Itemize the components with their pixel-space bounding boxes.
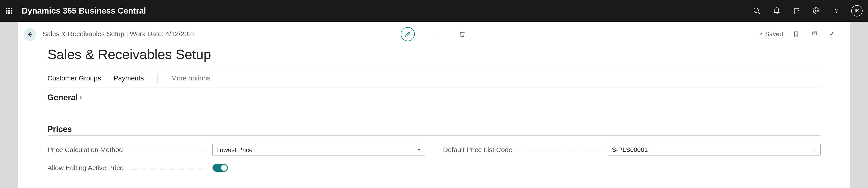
- breadcrumb: Sales & Receivables Setup | Work Date: 4…: [42, 30, 196, 38]
- edit-button[interactable]: [401, 27, 415, 41]
- section-prices[interactable]: Prices: [48, 125, 820, 135]
- help-icon[interactable]: [831, 6, 841, 16]
- user-initials: IK: [855, 8, 860, 14]
- svg-line-1: [758, 12, 760, 14]
- dotted-leader: [128, 169, 208, 169]
- allow-editing-active-price-toggle[interactable]: [213, 164, 228, 172]
- app-launcher-icon[interactable]: [4, 6, 13, 15]
- new-icon[interactable]: [431, 29, 441, 39]
- label-price-calc-method: Price Calculation Method: [48, 146, 123, 154]
- settings-gear-icon[interactable]: [811, 6, 822, 16]
- svg-point-2: [815, 10, 817, 12]
- delete-icon[interactable]: [457, 29, 467, 39]
- collapse-icon[interactable]: [827, 29, 837, 39]
- label-default-price-list-code: Default Price List Code: [443, 146, 513, 154]
- svg-point-3: [836, 12, 837, 13]
- open-new-window-icon[interactable]: [809, 29, 819, 39]
- price-calc-method-select[interactable]: Lowest Price: [213, 144, 425, 155]
- action-customer-groups[interactable]: Customer Groups: [48, 74, 101, 82]
- dotted-leader: [517, 151, 603, 151]
- label-allow-editing-active-price: Allow Editing Active Price: [48, 164, 124, 172]
- action-separator: [157, 74, 158, 83]
- section-general[interactable]: General: [48, 93, 820, 104]
- user-avatar[interactable]: IK: [851, 5, 863, 17]
- default-price-list-code-input[interactable]: [608, 144, 820, 155]
- page-title: Sales & Receivables Setup: [48, 46, 820, 62]
- saved-status: Saved: [759, 31, 783, 38]
- bookmark-icon[interactable]: [791, 29, 801, 39]
- app-title: Dynamics 365 Business Central: [22, 6, 146, 15]
- back-button[interactable]: [24, 28, 36, 41]
- notifications-icon[interactable]: [772, 6, 782, 16]
- svg-point-0: [754, 8, 758, 12]
- more-options[interactable]: More options: [171, 74, 210, 82]
- divider: [48, 87, 820, 88]
- dotted-leader: [127, 151, 208, 151]
- action-payments[interactable]: Payments: [114, 74, 144, 82]
- flag-icon[interactable]: [792, 6, 802, 16]
- search-icon[interactable]: [752, 6, 762, 16]
- lookup-icon[interactable]: ···: [812, 147, 818, 153]
